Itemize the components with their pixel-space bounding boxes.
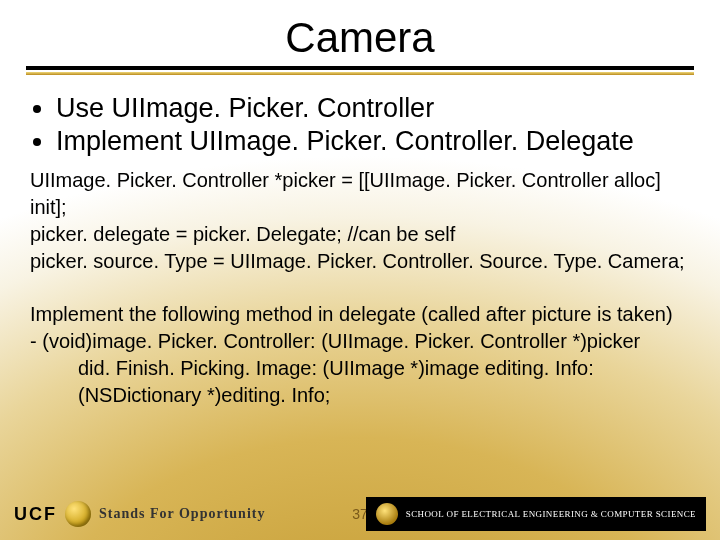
delegate-paragraph: Implement the following method in delega… bbox=[30, 301, 690, 409]
ucf-wordmark: UCF bbox=[14, 504, 57, 525]
code-line: picker. delegate = picker. Delegate; //c… bbox=[30, 221, 690, 248]
slide: Camera Use UIImage. Picker. Controller I… bbox=[0, 0, 720, 540]
code-block: UIImage. Picker. Controller *picker = [[… bbox=[30, 167, 690, 275]
ucf-tagline: Stands For Opportunity bbox=[99, 506, 265, 522]
para-line: Implement the following method in delega… bbox=[30, 301, 690, 328]
dept-seal-icon bbox=[376, 503, 398, 525]
code-line: UIImage. Picker. Controller *picker = [[… bbox=[30, 167, 690, 221]
bullet-item: Use UIImage. Picker. Controller bbox=[56, 93, 694, 124]
code-line: picker. source. Type = UIImage. Picker. … bbox=[30, 248, 690, 275]
ucf-logo: UCF Stands For Opportunity bbox=[14, 501, 265, 527]
bullet-item: Implement UIImage. Picker. Controller. D… bbox=[56, 126, 694, 157]
dept-name: SCHOOL OF ELECTRICAL ENGINEERING & COMPU… bbox=[406, 509, 696, 519]
pegasus-icon bbox=[65, 501, 91, 527]
footer: UCF Stands For Opportunity SCHOOL OF ELE… bbox=[0, 494, 720, 540]
bullet-list: Use UIImage. Picker. Controller Implemen… bbox=[34, 93, 694, 157]
dept-badge: SCHOOL OF ELECTRICAL ENGINEERING & COMPU… bbox=[366, 497, 706, 531]
title-rule-black bbox=[26, 66, 694, 70]
slide-title: Camera bbox=[26, 14, 694, 62]
para-line: did. Finish. Picking. Image: (UIImage *)… bbox=[30, 355, 690, 409]
title-rule-gold bbox=[26, 72, 694, 75]
para-line: - (void)image. Picker. Controller: (UIIm… bbox=[30, 328, 690, 355]
